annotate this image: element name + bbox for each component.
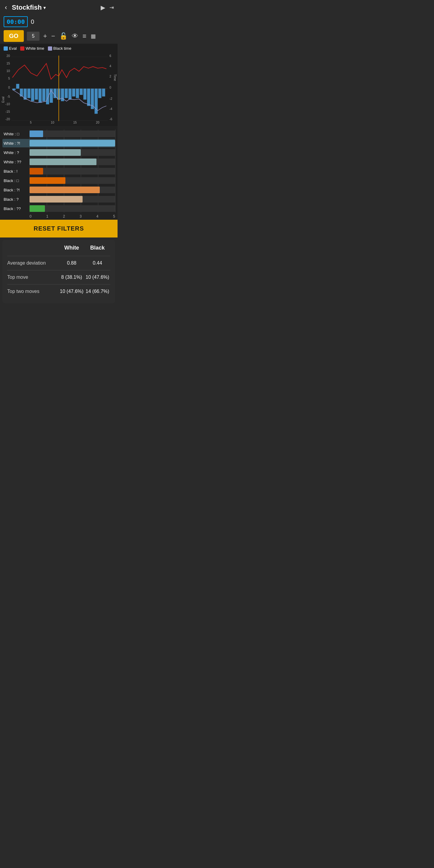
- svg-text:-5: -5: [7, 95, 10, 98]
- svg-rect-30: [38, 89, 41, 103]
- svg-text:0: 0: [110, 86, 111, 89]
- svg-text:20: 20: [96, 121, 99, 124]
- svg-rect-31: [42, 89, 45, 101]
- filter-bar-black-qq[interactable]: Black : ??: [2, 204, 115, 213]
- minus-icon[interactable]: −: [51, 32, 56, 41]
- eye-icon[interactable]: 👁: [71, 32, 79, 41]
- stats-value-white-top2: 10 (47.6%): [59, 289, 85, 294]
- timer-display: 00:00: [4, 16, 28, 27]
- svg-text:-6: -6: [110, 118, 112, 121]
- filter-section: White : □ White : ?! White : ? White : ?…: [0, 126, 118, 220]
- filter-bg-white-q: [30, 149, 115, 156]
- filter-bar-black-exclam[interactable]: Black : !: [2, 167, 115, 176]
- stats-value-black-top: 10 (47.6%): [85, 275, 111, 280]
- svg-text:-15: -15: [5, 110, 10, 113]
- filter-bar-black-q[interactable]: Black : ?: [2, 195, 115, 204]
- svg-rect-41: [80, 89, 83, 95]
- svg-text:2: 2: [110, 75, 111, 78]
- black-time-legend-dot: [48, 46, 52, 51]
- stats-value-white-top: 8 (38.1%): [59, 275, 85, 280]
- chip-icon[interactable]: ▦: [90, 32, 96, 40]
- filter-bar-white-qq[interactable]: White : ??: [2, 158, 115, 166]
- svg-text:5: 5: [8, 77, 10, 80]
- filter-label-white-q: White : ?: [2, 150, 30, 155]
- filter-label-black-best: Black : □: [2, 179, 30, 183]
- svg-text:-4: -4: [110, 107, 112, 111]
- svg-text:6: 6: [110, 54, 111, 58]
- stats-value-black-top2: 14 (66.7%): [85, 289, 111, 294]
- svg-rect-27: [27, 89, 30, 98]
- filter-bar-white-best[interactable]: White : □: [2, 130, 115, 138]
- stats-row-top-move: Top move 8 (38.1%) 10 (47.6%): [7, 270, 110, 284]
- filter-bar-black-best[interactable]: Black : □: [2, 176, 115, 185]
- svg-text:-2: -2: [110, 97, 112, 100]
- svg-text:10: 10: [51, 121, 55, 124]
- export-icon[interactable]: ⇥: [110, 4, 114, 11]
- depth-input[interactable]: [27, 32, 39, 41]
- stats-col-black: Black: [85, 245, 111, 251]
- list-filter-icon[interactable]: ≡: [82, 32, 87, 41]
- svg-text:15: 15: [73, 121, 77, 124]
- reset-filters-button[interactable]: RESET FILTERS: [0, 220, 118, 238]
- svg-text:4: 4: [110, 64, 111, 68]
- filter-bg-white-qi: [30, 140, 115, 147]
- svg-rect-38: [68, 89, 71, 100]
- filter-bar-white-q[interactable]: White : ?: [2, 148, 115, 157]
- white-time-legend-label: White time: [26, 46, 44, 51]
- back-button[interactable]: ‹: [4, 2, 8, 13]
- svg-rect-25: [20, 89, 23, 96]
- stats-value-black-avg: 0.44: [85, 260, 111, 266]
- lock-icon[interactable]: 🔓: [59, 32, 68, 41]
- svg-rect-32: [46, 89, 49, 104]
- svg-text:Time: Time: [113, 74, 116, 81]
- dropdown-arrow-icon: ▾: [43, 5, 46, 10]
- stats-header: White Black: [7, 245, 110, 251]
- filter-bg-black-q: [30, 196, 115, 203]
- grid-line-5: [115, 130, 116, 213]
- header: ‹ Stockfish ▾ ▶ ⇥: [0, 0, 118, 15]
- x-label-3: 3: [80, 214, 82, 218]
- filter-fill-black-exclam: [30, 168, 43, 175]
- controls-row: GO + − 🔓 👁 ≡ ▦: [0, 28, 118, 44]
- stats-row-avg-deviation: Average deviation 0.88 0.44: [7, 256, 110, 270]
- filter-fill-black-qi: [30, 187, 100, 193]
- go-button[interactable]: GO: [4, 30, 24, 42]
- stats-label-top-move: Top move: [7, 275, 59, 280]
- filter-fill-black-best: [30, 177, 65, 184]
- engine-dropdown[interactable]: Stockfish ▾: [12, 4, 46, 11]
- filter-bar-white-qi[interactable]: White : ?!: [2, 139, 115, 147]
- svg-text:20: 20: [6, 54, 10, 58]
- black-time-legend-label: Black time: [53, 46, 71, 51]
- stats-section: White Black Average deviation 0.88 0.44 …: [2, 240, 115, 303]
- filter-label-black-qq: Black : ??: [2, 207, 30, 211]
- svg-rect-47: [102, 89, 105, 96]
- filter-label-white-qi: White : ?!: [2, 141, 30, 146]
- x-label-0: 0: [30, 214, 32, 218]
- x-label-4: 4: [96, 214, 98, 218]
- svg-text:Eval: Eval: [1, 96, 5, 102]
- x-label-2: 2: [63, 214, 65, 218]
- chart-svg: 20 15 10 5 0 -5 -10 -15 -20 6 4 2 0 -2 -…: [1, 53, 116, 125]
- legend-black-time: Black time: [48, 46, 71, 51]
- filter-bg-black-exclam: [30, 168, 115, 175]
- filter-label-black-exclam: Black : !: [2, 169, 30, 174]
- svg-rect-28: [31, 89, 34, 101]
- stats-label-avg-deviation: Average deviation: [7, 260, 59, 266]
- filter-bg-black-qq: [30, 205, 115, 212]
- svg-rect-29: [35, 89, 38, 100]
- timer-row: 00:00 0: [0, 15, 118, 28]
- eval-legend-dot: [4, 46, 8, 51]
- svg-text:-10: -10: [5, 102, 10, 106]
- white-time-legend-dot: [20, 46, 24, 51]
- svg-text:10: 10: [6, 69, 10, 73]
- filter-label-white-qq: White : ??: [2, 160, 30, 164]
- header-icons: ▶ ⇥: [101, 4, 114, 11]
- main-chart: 20 15 10 5 0 -5 -10 -15 -20 6 4 2 0 -2 -…: [1, 53, 116, 125]
- plus-icon[interactable]: +: [42, 32, 48, 41]
- svg-rect-37: [65, 89, 68, 98]
- stats-col-white: White: [59, 245, 85, 251]
- svg-rect-24: [16, 84, 19, 89]
- svg-rect-39: [72, 89, 75, 96]
- play-icon[interactable]: ▶: [101, 4, 105, 11]
- filter-bar-black-qi[interactable]: Black : ?!: [2, 186, 115, 194]
